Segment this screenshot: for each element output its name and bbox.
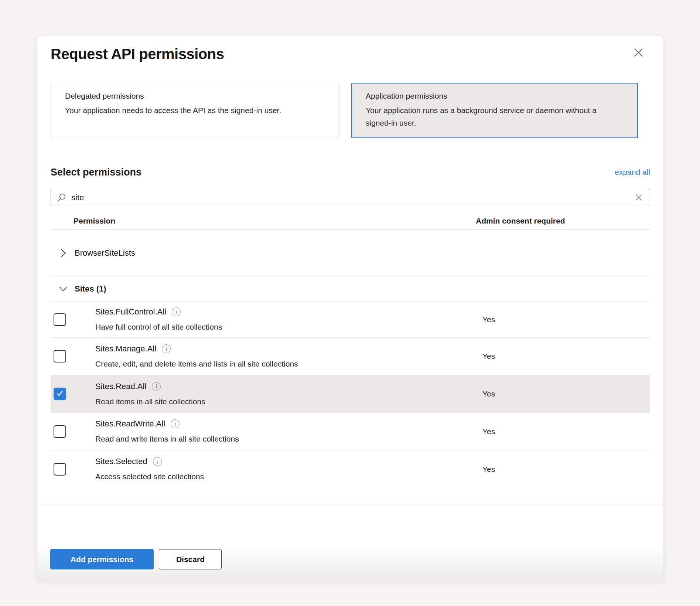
permissions-search-box[interactable] xyxy=(51,189,650,206)
card-title: Application permissions xyxy=(366,91,624,101)
permission-description: Access selected site collections xyxy=(95,471,204,482)
info-icon[interactable]: i xyxy=(152,382,161,391)
table-row: Sites.FullControl.All i Have full contro… xyxy=(51,302,650,338)
request-api-permissions-dialog: Request API permissions Delegated permis… xyxy=(37,36,664,581)
page-title: Request API permissions xyxy=(51,36,663,64)
add-permissions-button[interactable]: Add permissions xyxy=(50,549,154,569)
info-icon[interactable]: i xyxy=(171,419,180,428)
permission-description: Read items in all site collections xyxy=(95,396,205,407)
table-row: Sites.ReadWrite.All i Read and write ite… xyxy=(51,413,650,450)
discard-button[interactable]: Discard xyxy=(159,549,222,569)
delegated-permissions-card[interactable]: Delegated permissions Your application n… xyxy=(51,83,339,138)
checkbox-sites-read-checked[interactable] xyxy=(54,388,66,400)
table-row-selected: Sites.Read.All i Read items in all site … xyxy=(51,375,650,413)
admin-consent-value: Yes xyxy=(476,315,650,324)
permission-description: Create, edit, and delete items and lists… xyxy=(95,359,298,369)
permission-type-cards: Delegated permissions Your application n… xyxy=(51,83,650,138)
permission-name: Sites.Manage.All xyxy=(95,344,156,354)
admin-consent-value: Yes xyxy=(476,352,650,361)
info-icon[interactable]: i xyxy=(153,457,162,466)
clear-search-icon[interactable] xyxy=(635,193,643,202)
permission-description: Read and write items in all site collect… xyxy=(95,434,239,444)
dialog-footer: Add permissions Discard xyxy=(37,504,663,581)
table-header: Permission Admin consent required xyxy=(51,212,650,230)
admin-consent-value: Yes xyxy=(476,427,650,436)
admin-consent-value: Yes xyxy=(476,465,650,474)
close-button[interactable] xyxy=(632,47,645,60)
group-row-browsersitelists[interactable]: BrowserSiteLists xyxy=(51,230,650,276)
card-title: Delegated permissions xyxy=(65,91,325,101)
table-row: Sites.Selected i Access selected site co… xyxy=(51,450,650,488)
table-row: Sites.Manage.All i Create, edit, and del… xyxy=(51,338,650,375)
expand-all-link[interactable]: expand all xyxy=(615,168,650,177)
checkbox-sites-selected[interactable] xyxy=(54,463,66,476)
permission-name: Sites.FullControl.All xyxy=(95,307,166,317)
checkbox-sites-fullcontrol[interactable] xyxy=(54,313,66,326)
chevron-down-icon xyxy=(58,286,69,292)
chevron-right-icon xyxy=(58,248,69,258)
admin-consent-value: Yes xyxy=(476,389,650,398)
permission-name: Sites.ReadWrite.All xyxy=(95,419,165,429)
permission-column-header: Permission xyxy=(51,217,476,225)
permission-name: Sites.Selected xyxy=(95,456,147,467)
checkbox-sites-manage[interactable] xyxy=(54,350,66,362)
permission-name: Sites.Read.All xyxy=(95,381,146,392)
select-permissions-heading: Select permissions xyxy=(51,167,141,178)
permission-description: Have full control of all site collection… xyxy=(95,322,222,332)
application-permissions-card[interactable]: Application permissions Your application… xyxy=(351,83,638,138)
group-name: Sites (1) xyxy=(75,284,106,294)
search-icon xyxy=(57,193,66,202)
card-description: Your application runs as a background se… xyxy=(366,104,624,129)
checkmark-icon xyxy=(55,388,65,399)
checkbox-sites-readwrite[interactable] xyxy=(54,425,66,438)
group-name: BrowserSiteLists xyxy=(75,248,135,258)
admin-consent-column-header: Admin consent required xyxy=(476,217,650,225)
info-icon[interactable]: i xyxy=(172,307,181,316)
search-input[interactable] xyxy=(71,193,635,202)
info-icon[interactable]: i xyxy=(162,344,171,353)
page-background: { "dialog": { "title": "Request API perm… xyxy=(0,0,700,606)
close-icon xyxy=(634,48,643,59)
list-bottom-spacer xyxy=(51,488,650,504)
card-description: Your application needs to access the API… xyxy=(65,104,325,117)
group-row-sites[interactable]: Sites (1) xyxy=(51,276,650,302)
